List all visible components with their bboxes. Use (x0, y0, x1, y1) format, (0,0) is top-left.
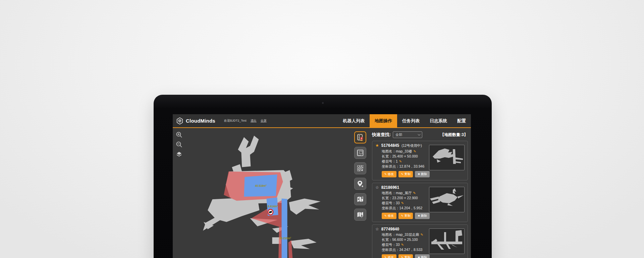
robot-marker[interactable] (268, 209, 273, 215)
copy-button[interactable]: ✎复制 (398, 254, 413, 258)
map-card: ★ 51764845 (12号使用中) 地图名：map_33楼✎ 长宽：25.4… (372, 141, 468, 180)
floor-map: 40.519m² 8.614m² 80.215m² (173, 128, 369, 258)
map-canvas[interactable]: 40.519m² 8.614m² 80.215m² (173, 128, 369, 258)
area-label-large-room: 40.519m² (255, 184, 266, 187)
map-origin-value: 34.247，8.533 (399, 248, 423, 252)
map-size-label: 长宽： (382, 154, 392, 158)
map-count-badge: 【地图数量:3】 (440, 132, 468, 138)
delete-icon: ✖ (418, 214, 420, 217)
favorite-star-icon[interactable]: ☆ (375, 227, 379, 231)
cloudminds-logo-icon (176, 117, 183, 125)
logout-link[interactable]: 退出 (251, 119, 257, 123)
area-label-corridor: 80.215m² (279, 236, 291, 240)
webcam-dot (322, 102, 324, 104)
quick-search-label: 快速查找: (372, 132, 391, 138)
copy-button[interactable]: ✎复制 (398, 171, 413, 177)
modify-button[interactable]: ✎修改 (382, 171, 396, 177)
map-origin-value: 12.874，33.946 (399, 164, 425, 168)
map-floor-value: 1 (396, 159, 398, 163)
tool-map-frame-select-icon[interactable] (354, 147, 366, 159)
panel-top-bar: 快速查找: 全部 【地图数量:3】 (372, 131, 468, 138)
map-origin-label: 坐标原点： (382, 206, 399, 210)
main-nav: 机器人列表 地图操作 任务列表 日志系统 配置 (338, 114, 471, 127)
edit-floor-pencil-icon[interactable]: ✎ (401, 201, 404, 205)
pencil-icon: ✎ (401, 173, 404, 176)
brand: CloudMinds (176, 117, 215, 125)
map-floor-value: 33 (396, 201, 400, 205)
map-floor-label: 楼层号： (382, 201, 396, 205)
nav-config[interactable]: 配置 (452, 114, 471, 127)
nav-task-list[interactable]: 任务列表 (397, 114, 425, 127)
map-controls (176, 131, 182, 158)
map-size-value: 23.200 × 22.900 (392, 196, 418, 200)
modify-button[interactable]: ✎修改 (382, 254, 396, 258)
laptop-frame: CloudMinds 欢迎BJDT2_Test 退出 全屏 机器人列表 地图操作… (154, 95, 492, 258)
brand-name: CloudMinds (186, 118, 215, 124)
tool-marker-checklist-icon[interactable] (354, 131, 366, 143)
map-name-value: map_展厅 (396, 191, 412, 195)
map-toolbar (354, 131, 366, 221)
zoom-out-icon[interactable] (176, 141, 182, 148)
edit-floor-pencil-icon[interactable]: ✎ (399, 160, 402, 163)
map-name-label: 地图名： (382, 149, 396, 153)
map-name-value: map_33层走廊 (396, 232, 419, 236)
pencil-icon: ✎ (384, 173, 387, 176)
map-card: ☆ 82186961 地图名：map_展厅✎ 长宽：23.200 × 22.90… (372, 183, 468, 222)
pencil-icon: ✎ (384, 256, 387, 258)
map-thumbnail[interactable] (429, 187, 465, 212)
tool-map-upload-icon[interactable] (354, 209, 366, 221)
delete-button[interactable]: ✖删除 (415, 171, 430, 177)
tool-map-delete-icon[interactable] (354, 193, 366, 205)
welcome-area: 欢迎BJDT2_Test 退出 全屏 (224, 119, 267, 123)
modify-button[interactable]: ✎修改 (382, 213, 396, 219)
map-thumbnail[interactable] (429, 228, 465, 254)
map-filter-value: 全部 (395, 132, 402, 137)
map-size-label: 长宽： (382, 238, 392, 242)
map-size-value: 56.600 × 25.100 (392, 238, 418, 242)
welcome-text: 欢迎BJDT2_Test (224, 119, 247, 123)
pencil-icon: ✎ (401, 256, 404, 258)
map-origin-value: 14.204，5.952 (399, 206, 423, 210)
edit-name-pencil-icon[interactable]: ✎ (413, 191, 416, 195)
map-thumbnail[interactable] (429, 145, 465, 170)
map-filter-select[interactable]: 全部 (393, 131, 422, 138)
app-screen: CloudMinds 欢迎BJDT2_Test 退出 全屏 机器人列表 地图操作… (173, 114, 471, 258)
map-origin-label: 坐标原点： (382, 164, 399, 168)
map-id: 87749840 (381, 227, 399, 231)
map-origin-label: 坐标原点： (382, 248, 399, 252)
layers-icon[interactable] (176, 151, 182, 158)
map-name-label: 地图名： (382, 191, 396, 195)
edit-name-pencil-icon[interactable]: ✎ (413, 149, 416, 153)
copy-button[interactable]: ✎复制 (398, 213, 413, 219)
app-header: CloudMinds 欢迎BJDT2_Test 退出 全屏 机器人列表 地图操作… (173, 114, 471, 128)
map-floor-label: 楼层号： (382, 159, 396, 163)
map-card: ☆ 87749840 地图名：map_33层走廊✎ 长宽：56.600 × 25… (372, 224, 468, 258)
map-id: 82186961 (381, 185, 399, 190)
area-label-small-room: 8.614m² (268, 205, 278, 208)
pencil-icon: ✎ (401, 214, 404, 217)
edit-floor-pencil-icon[interactable]: ✎ (401, 243, 404, 247)
zoom-in-icon[interactable] (176, 131, 182, 138)
delete-button[interactable]: ✖删除 (415, 254, 430, 258)
map-size-value: 25.400 × 50.000 (392, 154, 418, 158)
map-name-value: map_33楼 (396, 149, 412, 153)
delete-icon: ✖ (418, 173, 420, 176)
delete-button[interactable]: ✖删除 (415, 213, 430, 219)
tool-location-pin-add-icon[interactable] (354, 178, 366, 190)
favorite-star-icon[interactable]: ★ (375, 143, 379, 147)
nav-log-system[interactable]: 日志系统 (425, 114, 452, 127)
nav-robot-list[interactable]: 机器人列表 (338, 114, 370, 127)
edit-name-pencil-icon[interactable]: ✎ (420, 233, 423, 236)
map-floor-value: 33 (396, 243, 400, 247)
nav-map-operations[interactable]: 地图操作 (370, 114, 397, 127)
map-size-label: 长宽： (382, 196, 392, 200)
map-name-label: 地图名： (382, 232, 396, 236)
delete-icon: ✖ (418, 256, 420, 258)
map-in-use-tag: (12号使用中) (401, 143, 422, 148)
map-id: 51764845 (381, 143, 399, 148)
tool-hatched-area-add-icon[interactable] (354, 162, 366, 174)
chevron-down-icon (418, 133, 421, 135)
favorite-star-icon[interactable]: ☆ (375, 185, 379, 189)
map-list-panel: 快速查找: 全部 【地图数量:3】 ★ 51764845 (12号使用中) (369, 128, 471, 258)
fullscreen-link[interactable]: 全屏 (261, 119, 267, 123)
